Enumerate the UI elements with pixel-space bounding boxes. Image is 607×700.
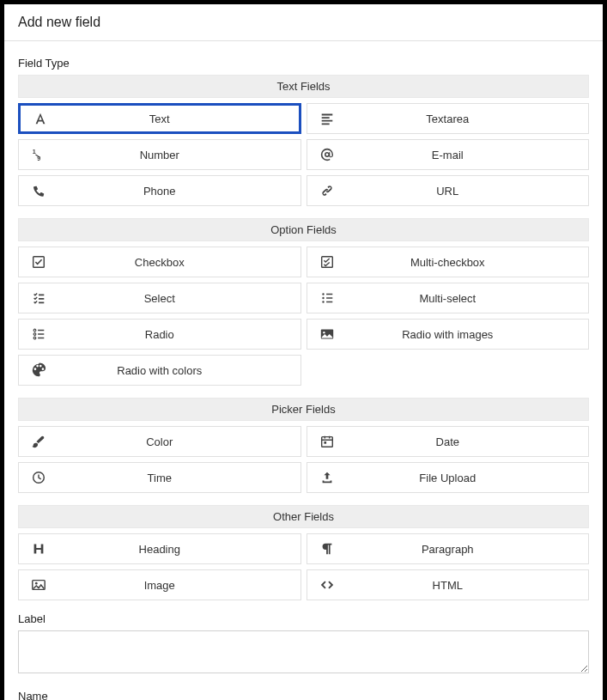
dialog-title: Add new field: [4, 4, 603, 41]
field-type-email[interactable]: E-mail: [307, 139, 590, 170]
field-type-label: Checkbox: [58, 256, 300, 269]
field-type-phone[interactable]: Phone: [18, 175, 301, 206]
name-label: Name: [18, 690, 589, 700]
align-left-icon: [307, 111, 347, 126]
field-type-label: Multi-checkbox: [347, 256, 589, 269]
at-icon: [307, 147, 347, 162]
field-type-label: Color: [58, 435, 300, 448]
field-type-multi-select[interactable]: Multi-select: [307, 283, 590, 313]
field-type-checkbox[interactable]: Checkbox: [18, 247, 301, 277]
field-type-radio-images[interactable]: Radio with images: [307, 319, 590, 350]
code-icon: [307, 577, 347, 593]
field-type-label: Phone: [58, 185, 300, 198]
field-type-label: URL: [347, 185, 589, 198]
field-type-url[interactable]: URL: [307, 175, 590, 206]
radio-list-icon: [19, 326, 58, 342]
number-icon: [19, 147, 58, 162]
field-type-color[interactable]: Color: [18, 426, 301, 457]
field-type-label: Paragraph: [347, 543, 589, 556]
paragraph-icon: [307, 541, 347, 557]
add-field-dialog: Add new field Field Type Text FieldsText…: [4, 4, 603, 700]
field-type-html[interactable]: HTML: [307, 569, 590, 600]
field-type-label: Textarea: [347, 113, 589, 125]
group-header: Text Fields: [18, 75, 589, 98]
field-type-label: Field Type: [18, 57, 589, 70]
group-header: Picker Fields: [18, 398, 589, 421]
brush-icon: [19, 434, 58, 449]
field-type-upload[interactable]: File Upload: [307, 462, 590, 493]
upload-icon: [307, 470, 347, 485]
group-header: Other Fields: [18, 505, 589, 528]
field-type-label: Radio with colors: [58, 364, 300, 377]
link-icon: [307, 183, 347, 198]
field-type-image[interactable]: Image: [18, 569, 301, 600]
calendar-icon: [307, 434, 347, 449]
multi-checkbox-icon: [307, 254, 347, 270]
heading-icon: [19, 541, 58, 557]
field-type-label: HTML: [347, 579, 589, 592]
multi-list-icon: [307, 290, 347, 306]
field-type-number[interactable]: Number: [18, 139, 301, 170]
field-type-label: Time: [58, 472, 300, 484]
field-type-label: Number: [58, 149, 300, 161]
field-type-select[interactable]: Select: [18, 283, 301, 313]
field-type-multi-checkbox[interactable]: Multi-checkbox: [307, 247, 590, 277]
clock-icon: [19, 470, 58, 485]
field-type-label: Select: [58, 292, 300, 305]
field-type-label: Image: [58, 579, 300, 592]
field-type-label: File Upload: [347, 472, 589, 484]
field-type-label: Multi-select: [347, 292, 589, 305]
field-type-label: Radio: [58, 328, 300, 341]
field-type-heading[interactable]: Heading: [18, 533, 301, 564]
group-header: Option Fields: [18, 218, 589, 241]
field-type-time[interactable]: Time: [18, 462, 301, 493]
field-type-label: Date: [347, 435, 589, 448]
field-type-radio-colors[interactable]: Radio with colors: [18, 355, 301, 386]
checkbox-icon: [19, 254, 58, 270]
image-icon: [19, 577, 58, 593]
list-check-icon: [19, 290, 58, 306]
field-type-label: E-mail: [347, 149, 589, 161]
phone-icon: [19, 183, 58, 198]
image-radio-icon: [307, 326, 347, 342]
field-type-label: Heading: [58, 543, 300, 556]
field-type-paragraph[interactable]: Paragraph: [307, 533, 590, 564]
font-icon: [21, 111, 60, 126]
field-type-label: Text: [60, 113, 299, 125]
label-input[interactable]: [18, 630, 589, 673]
field-type-text[interactable]: Text: [18, 103, 301, 134]
field-type-label: Radio with images: [347, 328, 589, 341]
label-label: Label: [18, 612, 589, 625]
field-type-date[interactable]: Date: [307, 426, 590, 457]
field-type-radio[interactable]: Radio: [18, 319, 301, 350]
palette-icon: [19, 362, 58, 378]
field-type-textarea[interactable]: Textarea: [307, 103, 590, 134]
